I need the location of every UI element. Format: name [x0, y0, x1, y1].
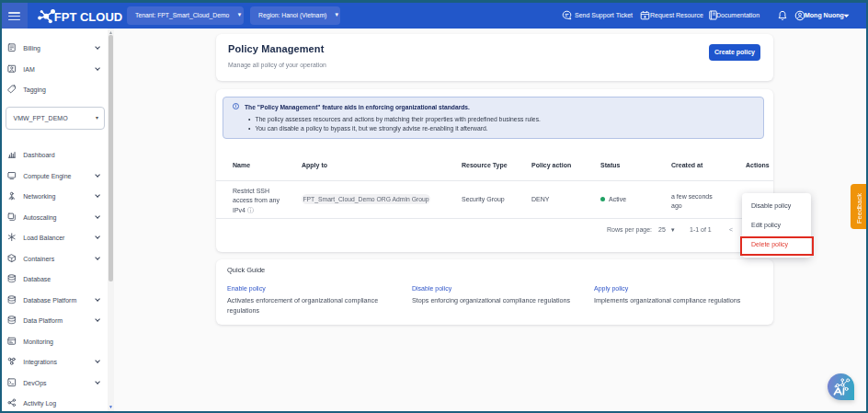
svg-text:FPT CLOUD: FPT CLOUD — [54, 10, 122, 24]
